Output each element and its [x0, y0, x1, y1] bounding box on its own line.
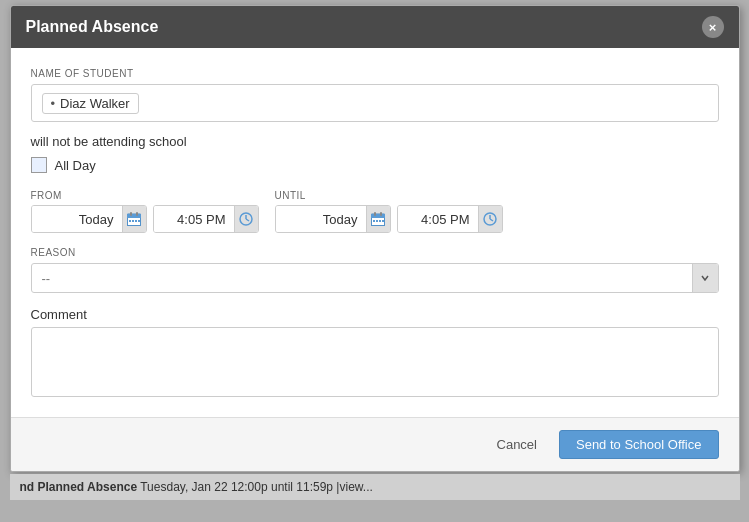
- close-button[interactable]: ×: [702, 16, 724, 38]
- send-to-school-office-button[interactable]: Send to School Office: [559, 430, 719, 459]
- svg-line-11: [246, 219, 249, 221]
- modal-overlay: Planned Absence × NAME OF STUDENT Diaz W…: [0, 0, 749, 522]
- student-name-label: NAME OF STUDENT: [31, 68, 719, 79]
- allday-row: All Day: [31, 157, 719, 173]
- from-group: FROM: [31, 190, 147, 233]
- svg-rect-3: [130, 212, 132, 216]
- svg-rect-18: [376, 220, 378, 222]
- from-date-calendar-button[interactable]: [122, 206, 146, 232]
- clock-icon: [239, 212, 253, 226]
- allday-checkbox[interactable]: [31, 157, 47, 173]
- modal-title: Planned Absence: [26, 18, 159, 36]
- bottom-bar-prefix: nd Planned Absence: [20, 480, 138, 494]
- not-attending-text: will not be attending school: [31, 134, 719, 149]
- reason-label: REASON: [31, 247, 719, 258]
- from-time-input[interactable]: [154, 206, 234, 232]
- reason-select-wrap: [31, 263, 719, 293]
- chevron-down-icon: [700, 273, 710, 283]
- cancel-button[interactable]: Cancel: [485, 431, 549, 458]
- svg-line-23: [490, 219, 493, 221]
- date-time-row: FROM: [31, 187, 719, 233]
- until-date-input[interactable]: [276, 206, 366, 232]
- reason-dropdown-button[interactable]: [692, 264, 718, 292]
- from-label: FROM: [31, 190, 147, 201]
- modal-body: NAME OF STUDENT Diaz Walker will not be …: [11, 48, 739, 417]
- svg-rect-7: [135, 220, 137, 222]
- svg-rect-19: [379, 220, 381, 222]
- student-tag-container[interactable]: Diaz Walker: [31, 84, 719, 122]
- modal-dialog: Planned Absence × NAME OF STUDENT Diaz W…: [10, 5, 740, 472]
- until-date-calendar-button[interactable]: [366, 206, 390, 232]
- bottom-bar-suffix: Tuesday, Jan 22 12:00p until 11:59p |vie…: [140, 480, 373, 494]
- student-tag: Diaz Walker: [42, 93, 139, 114]
- svg-rect-6: [132, 220, 134, 222]
- svg-rect-5: [129, 220, 131, 222]
- allday-label: All Day: [55, 158, 96, 173]
- calendar-icon: [371, 212, 385, 226]
- svg-rect-1: [127, 214, 141, 218]
- until-time-clock-button[interactable]: [478, 206, 502, 232]
- bottom-bar: nd Planned Absence Tuesday, Jan 22 12:00…: [10, 474, 740, 500]
- from-time-clock-button[interactable]: [234, 206, 258, 232]
- until-group: UNTIL: [275, 190, 391, 233]
- svg-rect-4: [136, 212, 138, 216]
- from-time-input-wrap: [153, 205, 259, 233]
- until-date-input-wrap: [275, 205, 391, 233]
- until-time-input[interactable]: [398, 206, 478, 232]
- until-label: UNTIL: [275, 190, 391, 201]
- svg-rect-16: [380, 212, 382, 216]
- svg-rect-13: [371, 214, 385, 218]
- until-time-input-wrap: [397, 205, 503, 233]
- modal-header: Planned Absence ×: [11, 6, 739, 48]
- from-date-input[interactable]: [32, 206, 122, 232]
- reason-row: REASON: [31, 247, 719, 293]
- svg-rect-17: [373, 220, 375, 222]
- svg-rect-20: [382, 220, 384, 222]
- svg-rect-8: [138, 220, 140, 222]
- svg-rect-15: [374, 212, 376, 216]
- comment-textarea[interactable]: [31, 327, 719, 397]
- from-date-input-wrap: [31, 205, 147, 233]
- comment-label: Comment: [31, 307, 719, 322]
- calendar-icon: [127, 212, 141, 226]
- comment-row: Comment: [31, 307, 719, 397]
- modal-footer: Cancel Send to School Office: [11, 417, 739, 471]
- clock-icon: [483, 212, 497, 226]
- reason-input[interactable]: [32, 264, 692, 292]
- bottom-bar-text: nd Planned Absence Tuesday, Jan 22 12:00…: [20, 480, 373, 494]
